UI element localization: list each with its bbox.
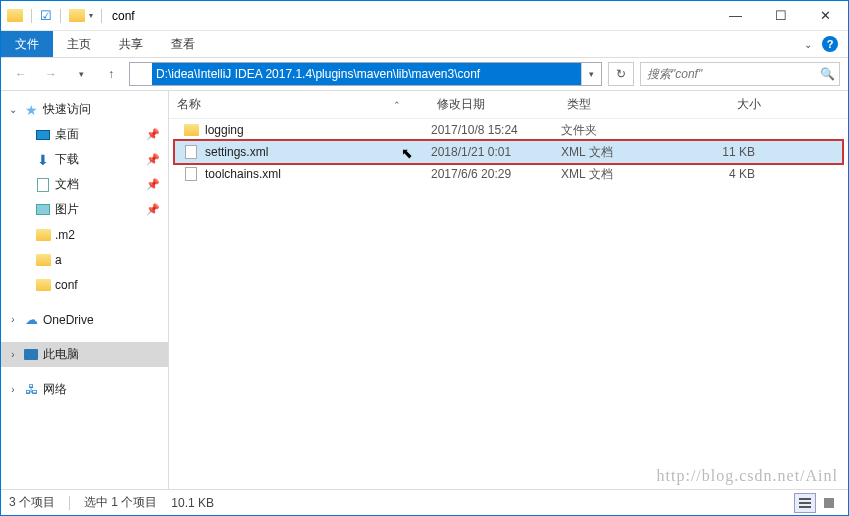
sidebar-item-m2[interactable]: .m2: [1, 222, 168, 247]
sidebar-item-label: a: [55, 253, 62, 267]
file-date-cell: 2018/1/21 0:01: [423, 145, 553, 159]
pin-icon: 📌: [146, 128, 160, 141]
quick-access-toolbar: ☑ ▾: [1, 8, 106, 23]
folder-icon: [36, 229, 51, 241]
file-date-cell: 2017/6/6 20:29: [423, 167, 553, 181]
file-type-cell: XML 文档: [553, 144, 668, 161]
refresh-button[interactable]: ↻: [608, 62, 634, 86]
column-name[interactable]: 名称 ⌃: [169, 96, 429, 113]
separator: [69, 496, 70, 510]
chevron-down-icon[interactable]: ▾: [89, 11, 93, 20]
pin-icon: 📌: [146, 203, 160, 216]
onedrive-icon: ☁: [23, 312, 39, 328]
sidebar-item-label: 文档: [55, 176, 79, 193]
sidebar-item-label: 网络: [43, 381, 67, 398]
folder-icon: [7, 9, 23, 22]
separator: [101, 9, 102, 23]
sidebar-item-onedrive[interactable]: › ☁ OneDrive: [1, 307, 168, 332]
maximize-button[interactable]: ☐: [758, 1, 803, 31]
forward-button[interactable]: →: [39, 62, 63, 86]
pc-icon: [24, 349, 38, 360]
sidebar-item-this-pc[interactable]: › 此电脑: [1, 342, 168, 367]
chevron-right-icon[interactable]: ›: [7, 314, 19, 325]
chevron-down-icon[interactable]: ⌄: [7, 104, 19, 115]
file-row[interactable]: settings.xml2018/1/21 0:01XML 文档11 KB: [175, 141, 842, 163]
sidebar-item-downloads[interactable]: ⬇ 下载 📌: [1, 147, 168, 172]
file-name-cell: logging: [175, 122, 423, 138]
folder-icon: [69, 9, 85, 22]
file-name-cell: settings.xml: [175, 144, 423, 160]
search-icon[interactable]: 🔍: [815, 67, 839, 81]
address-dropdown[interactable]: ▾: [581, 63, 601, 85]
tab-view[interactable]: 查看: [157, 31, 209, 57]
column-size[interactable]: 大小: [674, 96, 769, 113]
sidebar-item-pictures[interactable]: 图片 📌: [1, 197, 168, 222]
back-button[interactable]: ←: [9, 62, 33, 86]
sidebar-item-label: 快速访问: [43, 101, 91, 118]
folder-icon: [36, 279, 51, 291]
details-view-button[interactable]: [794, 493, 816, 513]
column-type[interactable]: 类型: [559, 96, 674, 113]
close-button[interactable]: ✕: [803, 1, 848, 31]
up-button[interactable]: ↑: [99, 62, 123, 86]
tab-home[interactable]: 主页: [53, 31, 105, 57]
address-bar[interactable]: ▾: [129, 62, 602, 86]
sidebar-item-network[interactable]: › 🖧 网络: [1, 377, 168, 402]
minimize-button[interactable]: —: [713, 1, 758, 31]
ribbon-expand-icon[interactable]: ⌄: [804, 39, 812, 50]
folder-icon: [133, 68, 149, 81]
search-box[interactable]: 🔍: [640, 62, 840, 86]
title-bar: ☑ ▾ conf — ☐ ✕: [1, 1, 848, 31]
file-type-cell: XML 文档: [553, 166, 668, 183]
file-name: logging: [205, 123, 244, 137]
sidebar-item-documents[interactable]: 文档 📌: [1, 172, 168, 197]
recent-dropdown[interactable]: ▾: [69, 62, 93, 86]
sidebar-item-label: 桌面: [55, 126, 79, 143]
pin-icon: 📌: [146, 178, 160, 191]
sidebar-item-label: 此电脑: [43, 346, 79, 363]
file-type-cell: 文件夹: [553, 122, 668, 139]
window-controls: — ☐ ✕: [713, 1, 848, 31]
file-size-cell: 11 KB: [668, 145, 763, 159]
file-list-pane: 名称 ⌃ 修改日期 类型 大小 ⬉ logging2017/10/8 15:24…: [169, 91, 848, 489]
tab-share[interactable]: 共享: [105, 31, 157, 57]
column-headers: 名称 ⌃ 修改日期 类型 大小: [169, 91, 848, 119]
file-date-cell: 2017/10/8 15:24: [423, 123, 553, 137]
icons-view-button[interactable]: [818, 493, 840, 513]
download-icon: ⬇: [35, 152, 51, 168]
file-rows: ⬉ logging2017/10/8 15:24文件夹settings.xml2…: [169, 119, 848, 489]
column-date[interactable]: 修改日期: [429, 96, 559, 113]
file-row[interactable]: logging2017/10/8 15:24文件夹: [175, 119, 842, 141]
status-bar: 3 个项目 选中 1 个项目 10.1 KB: [1, 489, 848, 515]
sidebar-item-label: 下载: [55, 151, 79, 168]
ribbon: 文件 主页 共享 查看 ⌄ ?: [1, 31, 848, 58]
file-row[interactable]: toolchains.xml2017/6/6 20:29XML 文档4 KB: [175, 163, 842, 185]
file-name: settings.xml: [205, 145, 268, 159]
file-name: toolchains.xml: [205, 167, 281, 181]
chevron-right-icon[interactable]: ›: [7, 349, 19, 360]
check-icon[interactable]: ☑: [40, 8, 52, 23]
status-size: 10.1 KB: [171, 496, 214, 510]
sidebar-item-a[interactable]: a: [1, 247, 168, 272]
file-icon: [185, 145, 197, 159]
view-switcher: [794, 493, 840, 513]
pin-icon: 📌: [146, 153, 160, 166]
network-icon: 🖧: [23, 382, 39, 398]
file-name-cell: toolchains.xml: [175, 166, 423, 182]
sidebar-item-quick-access[interactable]: ⌄ ★ 快速访问: [1, 97, 168, 122]
cursor-icon: ⬉: [401, 145, 413, 161]
sidebar-item-desktop[interactable]: 桌面 📌: [1, 122, 168, 147]
tab-file[interactable]: 文件: [1, 31, 53, 57]
search-input[interactable]: [641, 67, 815, 81]
address-input[interactable]: [152, 63, 581, 85]
folder-icon: [184, 124, 199, 136]
chevron-right-icon[interactable]: ›: [7, 384, 19, 395]
separator: [31, 9, 32, 23]
separator: [60, 9, 61, 23]
sidebar-item-conf[interactable]: conf: [1, 272, 168, 297]
status-selected: 选中 1 个项目: [84, 494, 157, 511]
desktop-icon: [36, 130, 50, 140]
address-row: ← → ▾ ↑ ▾ ↻ 🔍: [1, 58, 848, 91]
navigation-pane: ⌄ ★ 快速访问 桌面 📌 ⬇ 下载 📌 文档 📌 图片 📌: [1, 91, 169, 489]
help-icon[interactable]: ?: [822, 36, 838, 52]
